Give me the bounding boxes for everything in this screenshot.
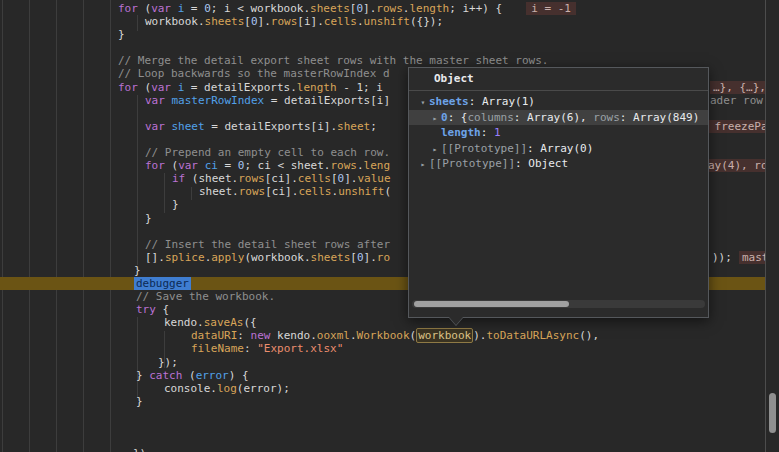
code-token: : bbox=[244, 342, 257, 355]
code-token: } bbox=[134, 264, 141, 277]
code-token: ( bbox=[165, 159, 178, 172]
code-line: } catch (error) { bbox=[0, 369, 765, 382]
code-token: value bbox=[357, 172, 390, 185]
code-token: 0 bbox=[204, 2, 211, 15]
code-token: new bbox=[251, 329, 271, 342]
code-line bbox=[0, 41, 765, 54]
code-token: ]. bbox=[364, 251, 377, 264]
disclosure-triangle-icon[interactable]: ▾ bbox=[417, 95, 429, 111]
code-token: error bbox=[196, 369, 229, 382]
code-token: rows bbox=[238, 172, 265, 185]
code-token: ci bbox=[205, 159, 218, 172]
code-token: (workbook. bbox=[244, 251, 310, 264]
code-token: leng bbox=[364, 159, 391, 172]
code-token: if bbox=[172, 172, 185, 185]
code-token bbox=[165, 94, 172, 107]
code-token bbox=[171, 2, 178, 15]
object-tree-row[interactable]: ▾sheets: Array(1) bbox=[409, 94, 708, 110]
code-token: sheet. bbox=[199, 185, 239, 198]
code-token: unshift bbox=[338, 185, 384, 198]
code-line: } bbox=[0, 28, 765, 41]
object-tree: ▾sheets: Array(1)▸0: {columns: Array(6),… bbox=[409, 91, 708, 172]
code-token: = detailExports. bbox=[184, 81, 297, 94]
editor-scrollbar-gutter[interactable] bbox=[765, 0, 779, 452]
code-token: } bbox=[172, 198, 179, 211]
disclosure-triangle-icon[interactable]: ▸ bbox=[429, 111, 441, 127]
popup-scrollbar-thumb[interactable] bbox=[414, 301, 569, 307]
code-token: [i]. bbox=[297, 15, 324, 28]
code-token: workbook. bbox=[145, 15, 205, 28]
code-token: sheet bbox=[172, 120, 205, 133]
object-tree-row[interactable]: length: 1 bbox=[409, 125, 708, 141]
code-token: saveAs bbox=[204, 316, 244, 329]
code-token: catch bbox=[149, 369, 182, 382]
object-tree-token: [[Prototype]] bbox=[429, 157, 515, 170]
object-preview-popup: Object ▾sheets: Array(1)▸0: {columns: Ar… bbox=[408, 67, 709, 318]
code-token: try bbox=[136, 303, 156, 316]
object-tree-row[interactable]: ▸0: {columns: Array(6), rows: Array(849) bbox=[409, 110, 708, 126]
object-tree-row[interactable]: ▸[[Prototype]]: Object bbox=[409, 156, 708, 172]
code-line bbox=[0, 408, 765, 421]
code-token: ) { bbox=[229, 369, 249, 382]
disclosure-triangle-icon[interactable]: ▸ bbox=[429, 142, 441, 158]
code-token: Workbook bbox=[357, 329, 410, 342]
code-token: ( bbox=[384, 185, 391, 198]
code-line: dataURI: new kendo.ooxml.Workbook(workbo… bbox=[0, 329, 765, 342]
object-tree-token: length bbox=[441, 126, 481, 139]
disclosure-triangle-icon[interactable]: ▸ bbox=[417, 157, 429, 173]
code-token: ; i < workbook. bbox=[211, 2, 310, 15]
inline-value-annotation: ay(4), ro bbox=[705, 159, 765, 172]
object-tree-token: , bbox=[580, 111, 593, 124]
object-tree-token: columns bbox=[468, 111, 514, 124]
code-token: (), bbox=[579, 329, 599, 342]
code-token: log bbox=[217, 382, 237, 395]
code-token: }); bbox=[158, 356, 178, 369]
devtools-source-editor: for (var i = 0; i < workbook.sheets[0].r… bbox=[0, 0, 779, 452]
code-token: cells bbox=[324, 15, 357, 28]
code-line: workbook.sheets[0].rows[i].cells.unshift… bbox=[0, 15, 765, 28]
code-token: (sheet. bbox=[185, 172, 238, 185]
code-token: ({}); bbox=[410, 15, 443, 28]
code-token bbox=[171, 81, 178, 94]
code-token: unshift bbox=[364, 15, 410, 28]
code-token: . bbox=[357, 159, 364, 172]
code-fragment: )); bbox=[712, 251, 732, 264]
object-tree-token: : bbox=[620, 111, 633, 124]
code-token: sheet bbox=[337, 120, 370, 133]
object-tree-token: 1 bbox=[494, 126, 501, 139]
code-token: } bbox=[136, 369, 149, 382]
code-token: }) bbox=[133, 447, 146, 452]
code-token: { bbox=[156, 303, 169, 316]
inline-value-annotation: i = -1 bbox=[526, 2, 576, 15]
code-token: = bbox=[218, 159, 238, 172]
editor-scrollbar-thumb[interactable] bbox=[769, 393, 776, 433]
code-token: - 1; i bbox=[337, 81, 383, 94]
object-tree-row[interactable]: ▸[[Prototype]]: Array(0) bbox=[409, 141, 708, 157]
hovered-token[interactable]: workbook bbox=[416, 328, 473, 343]
code-token: fileName bbox=[191, 342, 244, 355]
code-token: []. bbox=[145, 251, 165, 264]
code-token: kendo. bbox=[270, 329, 316, 342]
code-token: toDataURLAsync bbox=[486, 329, 579, 342]
code-token: apply bbox=[211, 251, 244, 264]
code-token: } bbox=[118, 28, 125, 41]
object-tree-token: : bbox=[469, 95, 482, 108]
code-token: var bbox=[145, 94, 165, 107]
code-token: for bbox=[118, 81, 138, 94]
object-tree-token: Array(1) bbox=[482, 95, 535, 108]
code-token: length bbox=[409, 2, 449, 15]
object-tree-token: rows bbox=[593, 111, 620, 124]
object-tree-token: [[Prototype]] bbox=[441, 142, 527, 155]
code-token: = detailExports[i] bbox=[264, 94, 390, 107]
code-line: // Merge the detail export sheet rows wi… bbox=[0, 54, 765, 67]
code-token: ). bbox=[473, 329, 486, 342]
code-token: ; ci < sheet. bbox=[244, 159, 330, 172]
code-token: [ bbox=[244, 15, 251, 28]
code-token: cells bbox=[298, 185, 331, 198]
code-token: 0 bbox=[357, 251, 364, 264]
object-tree-token: : bbox=[481, 126, 494, 139]
code-line bbox=[0, 421, 765, 434]
code-line: }); bbox=[0, 356, 765, 369]
popup-scrollbar-track[interactable] bbox=[412, 300, 705, 308]
object-tree-token: : bbox=[514, 111, 527, 124]
